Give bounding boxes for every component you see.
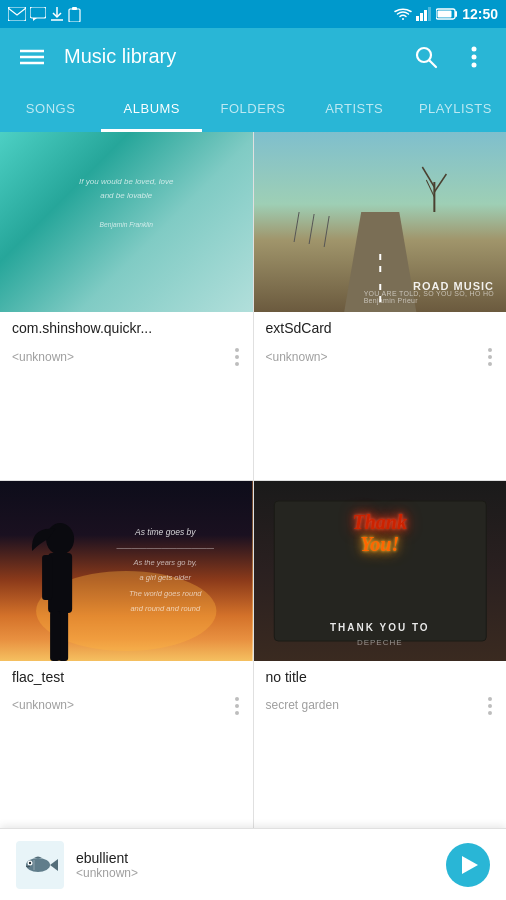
album-name: no title bbox=[266, 669, 495, 685]
tab-artists[interactable]: Artists bbox=[304, 84, 405, 132]
album-footer: <unknown> bbox=[0, 340, 253, 379]
toolbar: Music library bbox=[0, 28, 506, 84]
neon-text: Thank You! bbox=[254, 511, 507, 555]
fish-icon bbox=[22, 855, 58, 875]
now-playing-artwork bbox=[16, 841, 64, 889]
wifi-icon bbox=[394, 7, 412, 21]
svg-rect-9 bbox=[424, 10, 427, 21]
svg-point-51 bbox=[488, 704, 492, 708]
album-artist: <unknown> bbox=[12, 350, 74, 364]
art-overlay-text: As time goes by ————————————— As the yea… bbox=[117, 525, 215, 617]
gmail-icon bbox=[8, 7, 26, 21]
svg-point-18 bbox=[472, 47, 477, 52]
svg-rect-42 bbox=[42, 555, 52, 600]
svg-point-56 bbox=[29, 861, 31, 863]
clock: 12:50 bbox=[462, 6, 498, 22]
svg-rect-0 bbox=[8, 7, 26, 21]
menu-button[interactable] bbox=[16, 43, 48, 69]
album-info: com.shinshow.quickr... bbox=[0, 312, 253, 340]
svg-rect-8 bbox=[420, 13, 423, 21]
svg-point-22 bbox=[235, 355, 239, 359]
album-info: flac_test bbox=[0, 661, 253, 689]
album-art-sunset: As time goes by ————————————— As the yea… bbox=[0, 481, 253, 661]
now-playing-artist: <unknown> bbox=[76, 866, 434, 880]
status-right: 12:50 bbox=[394, 6, 498, 22]
tab-bar: Songs Albums Folders Artists Playlists bbox=[0, 84, 506, 132]
signal-icon bbox=[416, 7, 432, 21]
album-art-teal: If you would be loved, love and be lovab… bbox=[0, 132, 253, 312]
now-playing-info: ebullient <unknown> bbox=[76, 850, 434, 880]
play-pause-button[interactable] bbox=[446, 843, 490, 887]
album-art-road: ROAD MUSIC YOU ARE TOLD, SO YOU SO, HO H… bbox=[254, 132, 507, 312]
album-more-button[interactable] bbox=[486, 344, 494, 369]
overflow-menu-button[interactable] bbox=[458, 43, 490, 69]
svg-rect-10 bbox=[428, 7, 431, 21]
album-card[interactable]: ROAD MUSIC YOU ARE TOLD, SO YOU SO, HO H… bbox=[254, 132, 507, 480]
album-footer: <unknown> bbox=[254, 340, 507, 379]
svg-point-35 bbox=[488, 348, 492, 352]
svg-rect-44 bbox=[50, 611, 60, 661]
svg-point-36 bbox=[488, 355, 492, 359]
svg-point-20 bbox=[472, 63, 477, 68]
album-more-button[interactable] bbox=[486, 693, 494, 718]
tab-albums[interactable]: Albums bbox=[101, 84, 202, 132]
tab-playlists[interactable]: Playlists bbox=[405, 84, 506, 132]
album-more-button[interactable] bbox=[233, 344, 241, 369]
svg-point-45 bbox=[235, 697, 239, 701]
svg-rect-12 bbox=[438, 11, 452, 18]
thank-you-to-label: THANK YOU TO bbox=[330, 622, 430, 633]
svg-rect-1 bbox=[30, 7, 46, 18]
album-artist: <unknown> bbox=[12, 698, 74, 712]
search-button[interactable] bbox=[410, 43, 442, 69]
svg-point-50 bbox=[488, 697, 492, 701]
svg-point-46 bbox=[235, 704, 239, 708]
album-art-neon: Thank You! THANK YOU TO DEPECHE bbox=[254, 481, 507, 661]
art-text: If you would be loved, love and be lovab… bbox=[63, 175, 189, 233]
album-card[interactable]: If you would be loved, love and be lovab… bbox=[0, 132, 253, 480]
svg-point-19 bbox=[472, 55, 477, 60]
svg-rect-5 bbox=[69, 9, 80, 22]
svg-point-40 bbox=[46, 523, 74, 555]
now-playing-title: ebullient bbox=[76, 850, 434, 866]
road-music-sub: YOU ARE TOLD, SO YOU SO, HO HOBenjamin P… bbox=[364, 290, 494, 304]
now-playing-bar: ebullient <unknown> bbox=[0, 828, 506, 900]
svg-marker-54 bbox=[50, 859, 58, 871]
svg-point-52 bbox=[488, 711, 492, 715]
depeche-label: DEPECHE bbox=[357, 638, 403, 647]
tab-songs[interactable]: Songs bbox=[0, 84, 101, 132]
album-card[interactable]: Thank You! THANK YOU TO DEPECHE no title… bbox=[254, 481, 507, 829]
album-name: extSdCard bbox=[266, 320, 495, 336]
svg-point-47 bbox=[235, 711, 239, 715]
album-footer: <unknown> bbox=[0, 689, 253, 728]
album-info: no title bbox=[254, 661, 507, 689]
tab-folders[interactable]: Folders bbox=[202, 84, 303, 132]
album-grid: If you would be loved, love and be lovab… bbox=[0, 132, 506, 828]
download-icon bbox=[50, 7, 64, 21]
svg-point-37 bbox=[488, 362, 492, 366]
svg-line-17 bbox=[430, 61, 437, 68]
status-icons bbox=[8, 7, 81, 22]
album-name: flac_test bbox=[12, 669, 241, 685]
svg-point-23 bbox=[235, 362, 239, 366]
clipboard-icon bbox=[68, 7, 81, 22]
album-more-button[interactable] bbox=[233, 693, 241, 718]
status-bar: 12:50 bbox=[0, 0, 506, 28]
album-artist: secret garden bbox=[266, 698, 339, 712]
album-artist: <unknown> bbox=[266, 350, 328, 364]
svg-point-21 bbox=[235, 348, 239, 352]
svg-rect-6 bbox=[72, 7, 77, 10]
play-icon bbox=[462, 856, 478, 874]
page-title: Music library bbox=[64, 45, 394, 68]
svg-rect-7 bbox=[416, 16, 419, 21]
sms-icon bbox=[30, 7, 46, 21]
album-card[interactable]: As time goes by ————————————— As the yea… bbox=[0, 481, 253, 829]
album-name: com.shinshow.quickr... bbox=[12, 320, 241, 336]
album-footer: secret garden bbox=[254, 689, 507, 728]
battery-icon bbox=[436, 8, 458, 20]
album-info: extSdCard bbox=[254, 312, 507, 340]
